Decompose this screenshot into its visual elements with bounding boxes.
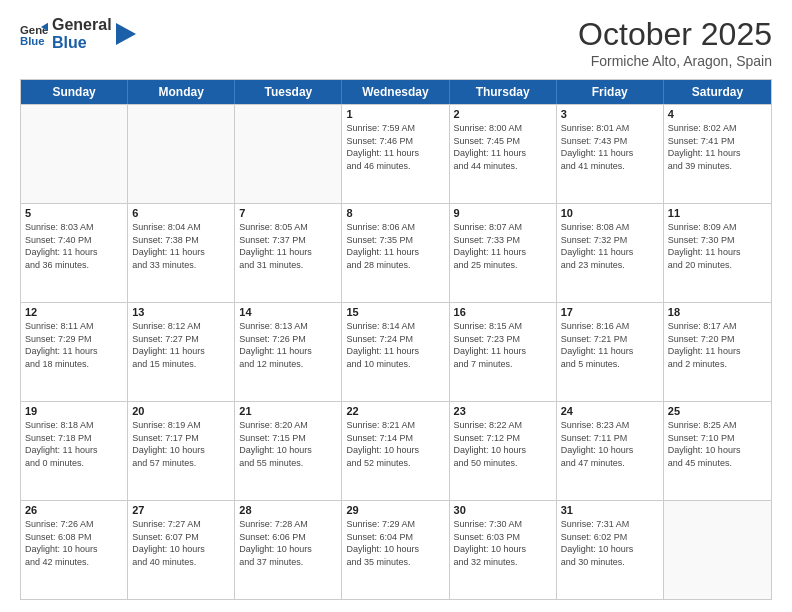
svg-text:Blue: Blue <box>20 35 45 47</box>
day-info: Sunrise: 7:59 AM Sunset: 7:46 PM Dayligh… <box>346 122 444 172</box>
calendar-row: 5Sunrise: 8:03 AM Sunset: 7:40 PM Daylig… <box>21 203 771 302</box>
day-info: Sunrise: 8:09 AM Sunset: 7:30 PM Dayligh… <box>668 221 767 271</box>
day-info: Sunrise: 8:22 AM Sunset: 7:12 PM Dayligh… <box>454 419 552 469</box>
day-number: 19 <box>25 405 123 417</box>
day-info: Sunrise: 8:23 AM Sunset: 7:11 PM Dayligh… <box>561 419 659 469</box>
day-info: Sunrise: 8:03 AM Sunset: 7:40 PM Dayligh… <box>25 221 123 271</box>
day-number: 20 <box>132 405 230 417</box>
logo-icon: General Blue <box>20 20 48 48</box>
calendar-cell: 31Sunrise: 7:31 AM Sunset: 6:02 PM Dayli… <box>557 501 664 599</box>
calendar-cell: 18Sunrise: 8:17 AM Sunset: 7:20 PM Dayli… <box>664 303 771 401</box>
day-number: 14 <box>239 306 337 318</box>
day-number: 27 <box>132 504 230 516</box>
day-number: 28 <box>239 504 337 516</box>
month-title: October 2025 <box>578 16 772 53</box>
calendar-row: 26Sunrise: 7:26 AM Sunset: 6:08 PM Dayli… <box>21 500 771 599</box>
calendar-cell: 25Sunrise: 8:25 AM Sunset: 7:10 PM Dayli… <box>664 402 771 500</box>
calendar-cell: 11Sunrise: 8:09 AM Sunset: 7:30 PM Dayli… <box>664 204 771 302</box>
day-number: 21 <box>239 405 337 417</box>
day-info: Sunrise: 8:11 AM Sunset: 7:29 PM Dayligh… <box>25 320 123 370</box>
calendar-cell <box>128 105 235 203</box>
weekday-header: Friday <box>557 80 664 104</box>
calendar-cell: 9Sunrise: 8:07 AM Sunset: 7:33 PM Daylig… <box>450 204 557 302</box>
calendar-cell: 19Sunrise: 8:18 AM Sunset: 7:18 PM Dayli… <box>21 402 128 500</box>
calendar-cell: 7Sunrise: 8:05 AM Sunset: 7:37 PM Daylig… <box>235 204 342 302</box>
day-info: Sunrise: 8:08 AM Sunset: 7:32 PM Dayligh… <box>561 221 659 271</box>
day-number: 15 <box>346 306 444 318</box>
day-number: 9 <box>454 207 552 219</box>
page-header: General Blue General Blue October 2025 F… <box>20 16 772 69</box>
day-info: Sunrise: 8:17 AM Sunset: 7:20 PM Dayligh… <box>668 320 767 370</box>
day-number: 5 <box>25 207 123 219</box>
calendar-cell: 10Sunrise: 8:08 AM Sunset: 7:32 PM Dayli… <box>557 204 664 302</box>
calendar-cell: 13Sunrise: 8:12 AM Sunset: 7:27 PM Dayli… <box>128 303 235 401</box>
day-info: Sunrise: 8:13 AM Sunset: 7:26 PM Dayligh… <box>239 320 337 370</box>
calendar: SundayMondayTuesdayWednesdayThursdayFrid… <box>20 79 772 600</box>
calendar-cell: 27Sunrise: 7:27 AM Sunset: 6:07 PM Dayli… <box>128 501 235 599</box>
calendar-cell: 12Sunrise: 8:11 AM Sunset: 7:29 PM Dayli… <box>21 303 128 401</box>
svg-marker-3 <box>116 23 136 45</box>
day-number: 24 <box>561 405 659 417</box>
day-number: 18 <box>668 306 767 318</box>
logo-arrow-icon <box>116 23 136 45</box>
day-info: Sunrise: 8:19 AM Sunset: 7:17 PM Dayligh… <box>132 419 230 469</box>
day-info: Sunrise: 7:28 AM Sunset: 6:06 PM Dayligh… <box>239 518 337 568</box>
day-number: 10 <box>561 207 659 219</box>
weekday-header: Tuesday <box>235 80 342 104</box>
title-block: October 2025 Formiche Alto, Aragon, Spai… <box>578 16 772 69</box>
calendar-cell: 29Sunrise: 7:29 AM Sunset: 6:04 PM Dayli… <box>342 501 449 599</box>
calendar-cell: 20Sunrise: 8:19 AM Sunset: 7:17 PM Dayli… <box>128 402 235 500</box>
calendar-cell: 21Sunrise: 8:20 AM Sunset: 7:15 PM Dayli… <box>235 402 342 500</box>
calendar-cell: 1Sunrise: 7:59 AM Sunset: 7:46 PM Daylig… <box>342 105 449 203</box>
calendar-cell: 17Sunrise: 8:16 AM Sunset: 7:21 PM Dayli… <box>557 303 664 401</box>
logo-line1: General <box>52 16 112 34</box>
day-info: Sunrise: 7:27 AM Sunset: 6:07 PM Dayligh… <box>132 518 230 568</box>
day-number: 7 <box>239 207 337 219</box>
calendar-cell: 28Sunrise: 7:28 AM Sunset: 6:06 PM Dayli… <box>235 501 342 599</box>
day-info: Sunrise: 8:06 AM Sunset: 7:35 PM Dayligh… <box>346 221 444 271</box>
weekday-header: Wednesday <box>342 80 449 104</box>
calendar-cell: 5Sunrise: 8:03 AM Sunset: 7:40 PM Daylig… <box>21 204 128 302</box>
calendar-row: 1Sunrise: 7:59 AM Sunset: 7:46 PM Daylig… <box>21 104 771 203</box>
day-number: 22 <box>346 405 444 417</box>
calendar-cell: 8Sunrise: 8:06 AM Sunset: 7:35 PM Daylig… <box>342 204 449 302</box>
calendar-cell: 22Sunrise: 8:21 AM Sunset: 7:14 PM Dayli… <box>342 402 449 500</box>
day-number: 12 <box>25 306 123 318</box>
calendar-cell: 14Sunrise: 8:13 AM Sunset: 7:26 PM Dayli… <box>235 303 342 401</box>
day-number: 29 <box>346 504 444 516</box>
calendar-body: 1Sunrise: 7:59 AM Sunset: 7:46 PM Daylig… <box>21 104 771 599</box>
location: Formiche Alto, Aragon, Spain <box>578 53 772 69</box>
day-number: 16 <box>454 306 552 318</box>
calendar-cell <box>664 501 771 599</box>
day-number: 2 <box>454 108 552 120</box>
calendar-cell: 3Sunrise: 8:01 AM Sunset: 7:43 PM Daylig… <box>557 105 664 203</box>
day-info: Sunrise: 8:00 AM Sunset: 7:45 PM Dayligh… <box>454 122 552 172</box>
day-number: 8 <box>346 207 444 219</box>
logo: General Blue General Blue <box>20 16 136 53</box>
day-info: Sunrise: 8:04 AM Sunset: 7:38 PM Dayligh… <box>132 221 230 271</box>
calendar-header: SundayMondayTuesdayWednesdayThursdayFrid… <box>21 80 771 104</box>
day-number: 3 <box>561 108 659 120</box>
day-info: Sunrise: 7:29 AM Sunset: 6:04 PM Dayligh… <box>346 518 444 568</box>
day-number: 31 <box>561 504 659 516</box>
calendar-cell <box>235 105 342 203</box>
day-info: Sunrise: 8:16 AM Sunset: 7:21 PM Dayligh… <box>561 320 659 370</box>
day-info: Sunrise: 7:26 AM Sunset: 6:08 PM Dayligh… <box>25 518 123 568</box>
day-number: 26 <box>25 504 123 516</box>
day-number: 4 <box>668 108 767 120</box>
day-info: Sunrise: 8:07 AM Sunset: 7:33 PM Dayligh… <box>454 221 552 271</box>
day-number: 30 <box>454 504 552 516</box>
weekday-header: Monday <box>128 80 235 104</box>
day-info: Sunrise: 8:01 AM Sunset: 7:43 PM Dayligh… <box>561 122 659 172</box>
weekday-header: Saturday <box>664 80 771 104</box>
day-number: 25 <box>668 405 767 417</box>
calendar-cell: 24Sunrise: 8:23 AM Sunset: 7:11 PM Dayli… <box>557 402 664 500</box>
day-info: Sunrise: 8:18 AM Sunset: 7:18 PM Dayligh… <box>25 419 123 469</box>
calendar-cell <box>21 105 128 203</box>
day-number: 13 <box>132 306 230 318</box>
day-info: Sunrise: 7:31 AM Sunset: 6:02 PM Dayligh… <box>561 518 659 568</box>
day-info: Sunrise: 8:14 AM Sunset: 7:24 PM Dayligh… <box>346 320 444 370</box>
day-number: 1 <box>346 108 444 120</box>
day-info: Sunrise: 8:25 AM Sunset: 7:10 PM Dayligh… <box>668 419 767 469</box>
day-number: 17 <box>561 306 659 318</box>
